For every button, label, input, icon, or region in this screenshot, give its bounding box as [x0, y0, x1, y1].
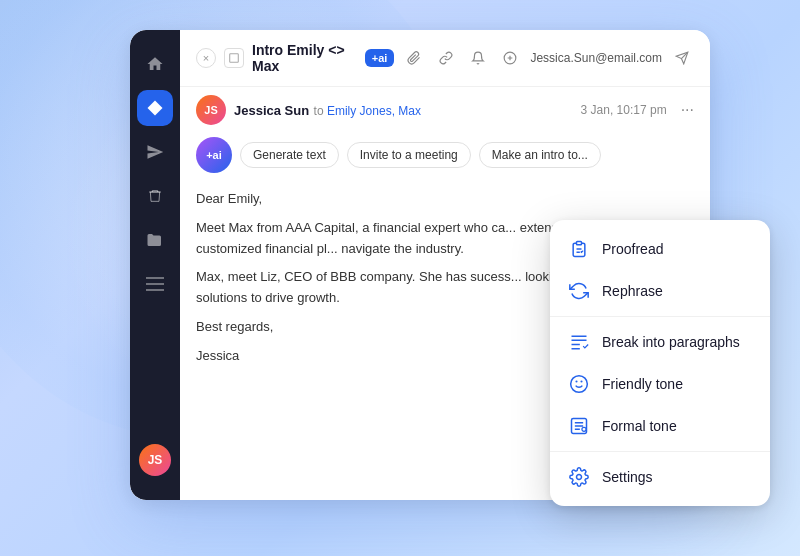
- rephrase-label: Rephrase: [602, 283, 663, 299]
- email-date-area: 3 Jan, 10:17 pm ···: [581, 101, 694, 119]
- menu-item-formal-tone[interactable]: Formal tone: [550, 405, 770, 447]
- ai-action-bar: +ai Generate text Invite to a meeting Ma…: [180, 129, 710, 181]
- settings-label: Settings: [602, 469, 653, 485]
- settings-icon: [568, 466, 590, 488]
- menu-item-proofread[interactable]: Proofread: [550, 228, 770, 270]
- sidebar-avatar[interactable]: JS: [139, 444, 171, 476]
- ai-main-button[interactable]: +ai: [196, 137, 232, 173]
- ai-dropdown-menu: Proofread Rephrase Break into paragraphs: [550, 220, 770, 506]
- proofread-label: Proofread: [602, 241, 663, 257]
- break-paragraphs-label: Break into paragraphs: [602, 334, 740, 350]
- email-sender-info: JS Jessica Sun to Emily Jones, Max: [196, 95, 421, 125]
- body-greeting: Dear Emily,: [196, 189, 694, 210]
- sender-to-recipients[interactable]: Emily Jones, Max: [327, 104, 421, 118]
- sidebar-item-send[interactable]: [137, 134, 173, 170]
- email-date: 3 Jan, 10:17 pm: [581, 103, 667, 117]
- attachment-icon[interactable]: [402, 46, 426, 70]
- sender-email-display: Jessica.Sun@email.com: [530, 51, 662, 65]
- friendly-tone-label: Friendly tone: [602, 376, 683, 392]
- generate-text-chip[interactable]: Generate text: [240, 142, 339, 168]
- sidebar-item-menu[interactable]: [137, 266, 173, 302]
- email-more-button[interactable]: ···: [681, 101, 694, 119]
- invite-meeting-chip[interactable]: Invite to a meeting: [347, 142, 471, 168]
- sidebar-item-folders[interactable]: [137, 222, 173, 258]
- sidebar-item-home[interactable]: [137, 46, 173, 82]
- tab-draft-icon: [224, 48, 244, 68]
- menu-item-friendly-tone[interactable]: Friendly tone: [550, 363, 770, 405]
- tab-close-button[interactable]: ×: [196, 48, 216, 68]
- sender-to-label: to: [314, 104, 327, 118]
- svg-rect-0: [230, 54, 239, 63]
- sidebar-item-trash[interactable]: [137, 178, 173, 214]
- svg-point-7: [582, 427, 586, 431]
- sender-details: Jessica Sun to Emily Jones, Max: [234, 101, 421, 119]
- send-icon[interactable]: [670, 46, 694, 70]
- proofread-icon: [568, 238, 590, 260]
- sender-avatar: JS: [196, 95, 226, 125]
- ai-badge[interactable]: +ai: [365, 49, 395, 67]
- formal-tone-label: Formal tone: [602, 418, 677, 434]
- friendly-tone-icon: [568, 373, 590, 395]
- make-intro-chip[interactable]: Make an intro to...: [479, 142, 601, 168]
- sidebar-item-compose[interactable]: [137, 90, 173, 126]
- menu-divider-2: [550, 451, 770, 452]
- link-icon[interactable]: [434, 46, 458, 70]
- menu-item-break-paragraphs[interactable]: Break into paragraphs: [550, 321, 770, 363]
- break-paragraphs-icon: [568, 331, 590, 353]
- email-meta-row: JS Jessica Sun to Emily Jones, Max 3 Jan…: [180, 87, 710, 129]
- sender-name: Jessica Sun: [234, 103, 309, 118]
- menu-item-rephrase[interactable]: Rephrase: [550, 270, 770, 312]
- menu-divider-1: [550, 316, 770, 317]
- menu-item-settings[interactable]: Settings: [550, 456, 770, 498]
- svg-point-3: [571, 376, 588, 393]
- more-icon[interactable]: [498, 46, 522, 70]
- formal-tone-icon: [568, 415, 590, 437]
- svg-rect-2: [577, 242, 582, 245]
- svg-point-8: [577, 475, 582, 480]
- email-subject: Intro Emily <> Max: [252, 42, 357, 74]
- sidebar: JS: [130, 30, 180, 500]
- toolbar-right: +ai Jessica.Sun@email.com: [365, 46, 694, 70]
- email-header-bar: × Intro Emily <> Max +ai Jessica: [180, 30, 710, 87]
- bell-icon[interactable]: [466, 46, 490, 70]
- rephrase-icon: [568, 280, 590, 302]
